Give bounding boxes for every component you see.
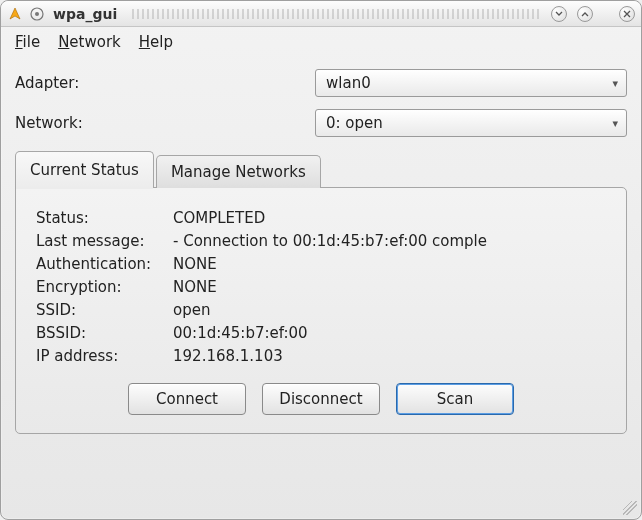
network-dropdown[interactable]: 0: open ▾ [315, 109, 627, 137]
tab-bar: Current Status Manage Networks [15, 151, 627, 188]
resize-grip[interactable] [623, 501, 637, 515]
svg-point-1 [35, 12, 39, 16]
ssid-label: SSID: [36, 301, 173, 319]
tab-manage-networks[interactable]: Manage Networks [156, 155, 321, 188]
chevron-down-icon: ▾ [612, 117, 618, 130]
chevron-down-icon: ▾ [612, 77, 618, 90]
app-menu-icon[interactable] [7, 6, 23, 22]
last-message-value: - Connection to 00:1d:45:b7:ef:00 comple [173, 232, 606, 250]
window-frame: wpa_gui File Network Help Adapter: wlan0… [0, 0, 642, 520]
authentication-label: Authentication: [36, 255, 173, 273]
maximize-button[interactable] [577, 6, 593, 22]
menu-network[interactable]: Network [58, 33, 121, 51]
menu-help[interactable]: Help [139, 33, 173, 51]
disconnect-button[interactable]: Disconnect [262, 383, 380, 415]
authentication-value: NONE [173, 255, 606, 273]
bssid-label: BSSID: [36, 324, 173, 342]
minimize-button[interactable] [551, 6, 567, 22]
ip-address-value: 192.168.1.103 [173, 347, 606, 365]
connect-button[interactable]: Connect [128, 383, 246, 415]
encryption-value: NONE [173, 278, 606, 296]
network-row: Network: 0: open ▾ [15, 109, 627, 137]
ip-address-label: IP address: [36, 347, 173, 365]
ssid-value: open [173, 301, 606, 319]
status-label: Status: [36, 209, 173, 227]
tab-page-current-status: Status:COMPLETED Last message:- Connecti… [15, 187, 627, 434]
scan-button[interactable]: Scan [396, 383, 514, 415]
title-bar-grip[interactable] [129, 9, 541, 19]
last-message-label: Last message: [36, 232, 173, 250]
tab-current-status[interactable]: Current Status [15, 151, 154, 188]
window-icon [29, 6, 45, 22]
client-area: Adapter: wlan0 ▾ Network: 0: open ▾ Curr… [1, 57, 641, 519]
encryption-label: Encryption: [36, 278, 173, 296]
button-row: Connect Disconnect Scan [36, 383, 606, 415]
network-label: Network: [15, 114, 315, 132]
adapter-label: Adapter: [15, 74, 315, 92]
menu-bar: File Network Help [1, 27, 641, 57]
adapter-row: Adapter: wlan0 ▾ [15, 69, 627, 97]
adapter-dropdown[interactable]: wlan0 ▾ [315, 69, 627, 97]
close-button[interactable] [619, 6, 635, 22]
adapter-value: wlan0 [326, 74, 371, 92]
status-value: COMPLETED [173, 209, 606, 227]
window-title: wpa_gui [53, 6, 117, 22]
tab-widget: Current Status Manage Networks Status:CO… [15, 151, 627, 434]
bssid-value: 00:1d:45:b7:ef:00 [173, 324, 606, 342]
menu-file[interactable]: File [15, 33, 40, 51]
title-bar[interactable]: wpa_gui [1, 1, 641, 27]
network-value: 0: open [326, 114, 383, 132]
